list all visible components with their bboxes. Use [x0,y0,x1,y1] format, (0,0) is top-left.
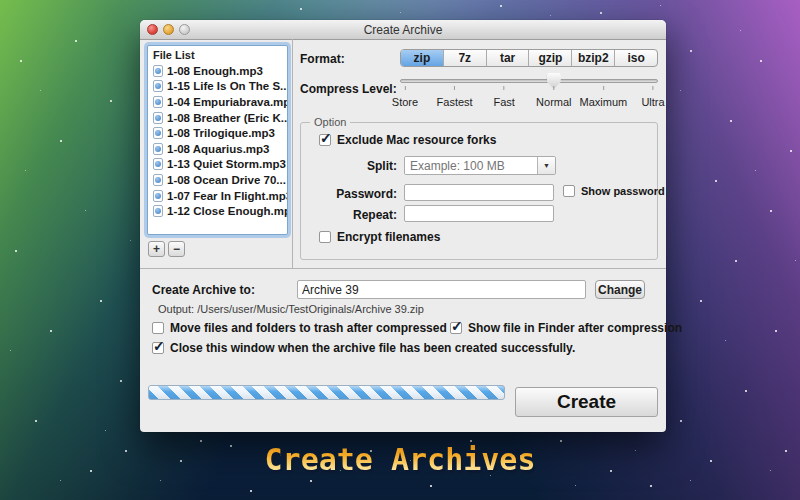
file-list-item[interactable]: 1-13 Quiet Storm.mp3 [148,157,287,173]
checkmark-icon: ✓ [320,130,332,146]
tick-mark [603,86,604,90]
format-segment-tar[interactable]: tar [486,50,529,66]
tick-label-normal: Normal [536,96,571,108]
file-name: 1-07 Fear In Flight.mp3 [167,190,287,202]
split-input[interactable] [405,157,537,174]
window-titlebar[interactable]: Create Archive [140,20,666,40]
stars-layer-bright [0,0,2,2]
create-archive-window: Create Archive File List 1-08 Enough.mp3… [140,20,666,432]
password-label: Password: [301,187,397,201]
music-file-icon [153,127,163,139]
option-group-label: Option [310,116,350,128]
format-label: Format: [300,52,345,66]
file-name: 1-13 Quiet Storm.mp3 [167,158,286,170]
exclude-resource-forks-checkbox[interactable]: ✓ [319,134,331,146]
move-to-trash-checkbox[interactable]: ✓ [152,322,164,334]
close-window-after-label: Close this window when the archive file … [170,341,575,355]
file-list-item[interactable]: 1-08 Enough.mp3 [148,63,287,79]
compress-level-label: Compress Level: [300,82,397,96]
file-name: 1-04 Empuriabrava.mp3 [167,96,287,108]
compress-level-slider[interactable]: Store Fastest Fast Normal Maximum Ultra [400,73,658,125]
repeat-label: Repeat: [301,208,397,222]
format-segment-bzip2[interactable]: bzip2 [571,50,614,66]
file-list-item[interactable]: 1-08 Trilogique.mp3 [148,125,287,141]
file-name: 1-08 Aquarius.mp3 [167,143,269,155]
tick-label-fastest: Fastest [437,96,473,108]
format-segment-iso[interactable]: iso [614,50,657,66]
caption-text: Create Archives [265,442,536,477]
file-name: 1-08 Ocean Drive 70... [167,174,286,186]
split-dropdown-arrow-icon[interactable]: ▼ [537,157,555,174]
tick-mark [454,86,455,90]
archive-name-input[interactable] [297,280,586,299]
progress-bar [148,385,505,400]
tick-label-store: Store [392,96,418,108]
encrypt-filenames-checkbox[interactable]: ✓ [319,231,331,243]
show-password-checkbox[interactable]: ✓ [563,185,575,197]
file-list-item[interactable]: 1-15 Life Is On The S... [148,79,287,95]
file-name: 1-15 Life Is On The S... [167,80,287,92]
checkmark-icon: ✓ [451,318,463,334]
repeat-password-input[interactable] [404,205,554,222]
output-path: Output: /Users/user/Music/TestOriginals/… [158,303,424,315]
create-archive-to-label: Create Archive to: [152,283,255,297]
encrypt-filenames-label: Encrypt filenames [337,230,440,244]
music-file-icon [153,174,163,186]
window-title: Create Archive [140,23,666,37]
add-file-button[interactable]: + [148,241,165,257]
caption: Create Archives Create Archives [0,442,800,478]
file-name: 1-08 Enough.mp3 [167,65,263,77]
settings-pane: Format: zip 7z tar gzip bzip2 iso Compre… [293,39,666,268]
tick-mark [504,86,505,90]
music-file-icon [153,80,163,92]
file-list-item[interactable]: 1-07 Fear In Flight.mp3 [148,188,287,204]
music-file-icon [153,112,163,124]
remove-file-button[interactable]: − [168,241,185,257]
music-file-icon [153,96,163,108]
move-to-trash-label: Move files and folders to trash after co… [170,321,447,335]
file-name: 1-08 Breather (Eric K... [167,112,287,124]
tick-label-maximum: Maximum [580,96,628,108]
file-list-item[interactable]: 1-08 Aquarius.mp3 [148,141,287,157]
file-list-item[interactable]: 1-08 Breather (Eric K... [148,110,287,126]
password-input[interactable] [404,184,554,201]
format-segmented-control: zip 7z tar gzip bzip2 iso [400,49,658,67]
format-segment-zip[interactable]: zip [401,50,443,66]
file-list[interactable]: File List 1-08 Enough.mp3 1-15 Life Is O… [147,45,288,235]
file-list-item[interactable]: 1-12 Close Enough.mp3 [148,203,287,219]
music-file-icon [153,65,163,77]
file-name: 1-12 Close Enough.mp3 [167,205,287,217]
create-button[interactable]: Create [515,387,658,417]
exclude-resource-forks-label: Exclude Mac resource forks [337,133,496,147]
tick-mark [553,86,554,90]
music-file-icon [153,190,163,202]
file-list-pane: File List 1-08 Enough.mp3 1-15 Life Is O… [140,39,292,268]
split-combobox[interactable]: ▼ [404,156,556,175]
file-list-item[interactable]: 1-08 Ocean Drive 70... [148,172,287,188]
tick-mark [652,86,653,90]
file-list-label: File List [148,46,287,63]
format-segment-7z[interactable]: 7z [443,50,486,66]
format-segment-gzip[interactable]: gzip [528,50,571,66]
change-destination-button[interactable]: Change [595,280,645,299]
music-file-icon [153,143,163,155]
show-in-finder-checkbox[interactable]: ✓ [450,322,462,334]
stars-layer-dim [0,0,1,1]
close-window-after-checkbox[interactable]: ✓ [152,342,164,354]
split-label: Split: [301,159,397,173]
option-group: Option ✓ Exclude Mac resource forks Spli… [300,122,658,260]
tick-label-fast: Fast [493,96,514,108]
destination-pane: Create Archive to: Change Output: /Users… [140,269,666,432]
file-list-item[interactable]: 1-04 Empuriabrava.mp3 [148,94,287,110]
show-in-finder-label: Show file in Finder after compression [468,321,682,335]
music-file-icon [153,205,163,217]
file-name: 1-08 Trilogique.mp3 [167,127,275,139]
tick-mark [404,86,405,90]
tick-label-ultra: Ultra [641,96,664,108]
music-file-icon [153,158,163,170]
show-password-label: Show password [581,185,665,197]
checkmark-icon: ✓ [153,338,165,354]
